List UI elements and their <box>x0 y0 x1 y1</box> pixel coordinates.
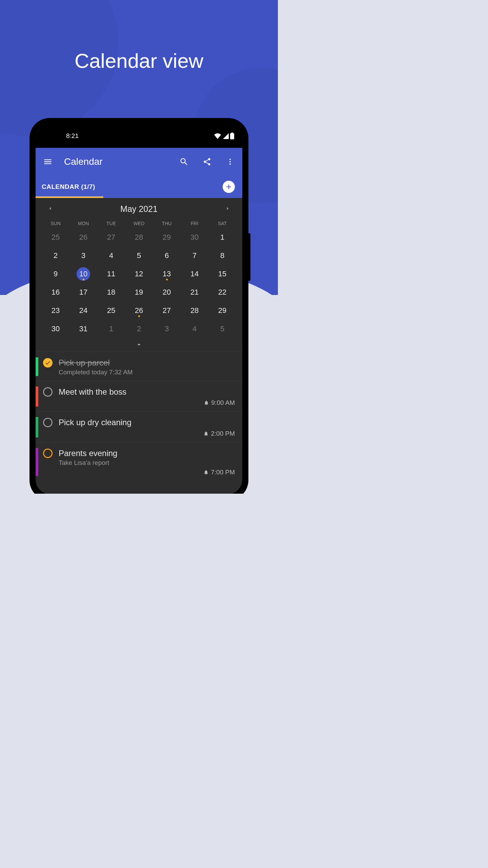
calendar-day[interactable]: 1 <box>208 230 236 245</box>
task-body: Pick up parcelCompleted today 7:32 AM <box>59 357 235 376</box>
svg-point-4 <box>229 163 231 165</box>
more-icon[interactable] <box>223 155 237 169</box>
status-time: 8:21 <box>66 132 79 140</box>
calendar-day[interactable]: 9 <box>42 266 69 282</box>
tab-calendar[interactable]: CALENDAR (1/7) <box>42 183 95 191</box>
calendar-day[interactable]: 16 <box>42 284 69 300</box>
calendar-day[interactable]: 29 <box>208 303 236 318</box>
status-bar: 8:21 <box>36 124 242 148</box>
task-list: Pick up parcelCompleted today 7:32 AMMee… <box>36 352 242 481</box>
task-title: Parents evening <box>59 448 235 458</box>
task-subtitle: Completed today 7:32 AM <box>59 369 235 376</box>
calendar-day[interactable]: 23 <box>42 303 69 318</box>
task-time: 9:00 AM <box>59 399 235 407</box>
calendar-day[interactable]: 30 <box>42 321 69 337</box>
next-month-button[interactable] <box>223 203 233 214</box>
add-button[interactable] <box>223 181 235 193</box>
calendar-day[interactable]: 24 <box>69 303 97 318</box>
task-color-stripe <box>36 417 38 437</box>
calendar-day[interactable]: 1 <box>97 321 125 337</box>
page-heading: Calendar view <box>0 0 278 73</box>
task-body: Meet with the boss9:00 AM <box>59 387 235 407</box>
camera-cutout <box>47 132 59 144</box>
wifi-icon <box>214 133 221 139</box>
event-dot <box>138 315 140 317</box>
calendar-day[interactable]: 25 <box>42 230 69 245</box>
task-checkbox[interactable] <box>43 387 53 397</box>
calendar-day[interactable]: 15 <box>208 266 236 282</box>
calendar-day[interactable]: 26 <box>125 303 153 318</box>
day-of-week-label: SUN <box>42 219 69 227</box>
calendar-day[interactable]: 6 <box>153 248 181 263</box>
calendar-day[interactable]: 18 <box>97 284 125 300</box>
calendar-day[interactable]: 17 <box>69 284 97 300</box>
event-dot <box>83 279 84 280</box>
calendar-day[interactable]: 29 <box>153 230 181 245</box>
calendar-day[interactable]: 3 <box>69 248 97 263</box>
calendar-day[interactable]: 8 <box>208 248 236 263</box>
calendar-day[interactable]: 26 <box>69 230 97 245</box>
calendar-day[interactable]: 3 <box>153 321 181 337</box>
day-of-week-label: THU <box>153 219 181 227</box>
task-title: Meet with the boss <box>59 387 235 397</box>
task-row[interactable]: Pick up dry cleaning2:00 PM <box>36 411 242 442</box>
task-title: Pick up parcel <box>59 357 235 368</box>
task-color-stripe <box>36 448 38 476</box>
app-bar: Calendar <box>36 148 242 176</box>
task-time: 2:00 PM <box>59 430 235 437</box>
calendar-day[interactable]: 28 <box>125 230 153 245</box>
task-color-stripe <box>36 387 38 407</box>
day-of-week-label: SAT <box>208 219 236 227</box>
month-header: May 2021 <box>36 198 242 219</box>
svg-rect-1 <box>231 133 233 134</box>
calendar-day[interactable]: 10 <box>69 266 97 282</box>
event-dot <box>166 279 168 280</box>
calendar-day[interactable]: 12 <box>125 266 153 282</box>
day-of-week-label: FRI <box>181 219 208 227</box>
calendar-day[interactable]: 20 <box>153 284 181 300</box>
task-row[interactable]: Parents eveningTake Lisa'a report7:00 PM <box>36 442 242 481</box>
calendar-day[interactable]: 2 <box>42 248 69 263</box>
calendar-day[interactable]: 5 <box>125 248 153 263</box>
screen: 8:21 Calendar CA <box>36 124 242 494</box>
calendar-day[interactable]: 25 <box>97 303 125 318</box>
day-of-week-label: MON <box>69 219 97 227</box>
calendar-day[interactable]: 13 <box>153 266 181 282</box>
svg-point-2 <box>229 159 231 160</box>
task-checkbox-done[interactable] <box>43 358 53 368</box>
calendar-day[interactable]: 11 <box>97 266 125 282</box>
calendar-day[interactable]: 5 <box>208 321 236 337</box>
task-checkbox[interactable] <box>43 418 53 427</box>
calendar-day[interactable]: 19 <box>125 284 153 300</box>
svg-rect-0 <box>230 133 234 139</box>
search-icon[interactable] <box>177 155 191 169</box>
day-of-week-label: WED <box>125 219 153 227</box>
task-body: Pick up dry cleaning2:00 PM <box>59 417 235 437</box>
task-title: Pick up dry cleaning <box>59 417 235 428</box>
day-of-week-label: TUE <box>97 219 125 227</box>
calendar-day[interactable]: 4 <box>181 321 208 337</box>
calendar-day[interactable]: 14 <box>181 266 208 282</box>
phone-frame: 8:21 Calendar CA <box>29 118 248 494</box>
tab-row: CALENDAR (1/7) <box>36 176 242 198</box>
calendar-day[interactable]: 21 <box>181 284 208 300</box>
share-icon[interactable] <box>200 155 214 169</box>
calendar-day[interactable]: 28 <box>181 303 208 318</box>
calendar-day[interactable]: 27 <box>153 303 181 318</box>
calendar-day[interactable]: 31 <box>69 321 97 337</box>
calendar-day[interactable]: 4 <box>97 248 125 263</box>
hamburger-icon[interactable] <box>41 155 55 169</box>
task-checkbox[interactable] <box>43 449 53 458</box>
calendar-day[interactable]: 2 <box>125 321 153 337</box>
task-row[interactable]: Meet with the boss9:00 AM <box>36 381 242 411</box>
task-color-stripe <box>36 357 38 376</box>
calendar-day[interactable]: 27 <box>97 230 125 245</box>
task-row[interactable]: Pick up parcelCompleted today 7:32 AM <box>36 352 242 381</box>
calendar-day[interactable]: 22 <box>208 284 236 300</box>
prev-month-button[interactable] <box>45 203 55 214</box>
chevron-up-icon[interactable] <box>135 341 143 348</box>
calendar-day[interactable]: 7 <box>181 248 208 263</box>
status-icons <box>214 133 234 139</box>
calendar-day[interactable]: 30 <box>181 230 208 245</box>
app-bar-title: Calendar <box>64 156 103 167</box>
